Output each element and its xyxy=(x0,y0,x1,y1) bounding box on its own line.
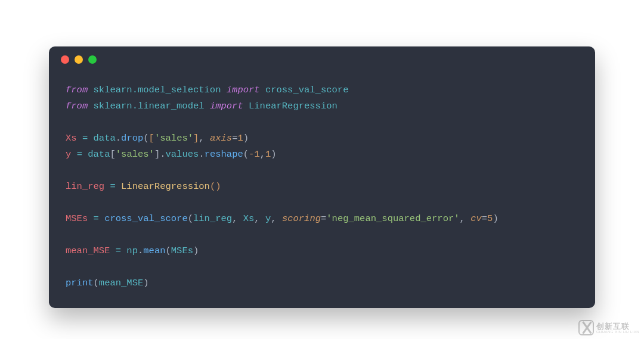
code-block: from sklearn.model_selection import cros… xyxy=(66,82,578,291)
str-sales: 'sales' xyxy=(116,149,154,160)
keyword-from: from xyxy=(66,101,88,111)
fn-drop: drop xyxy=(121,133,143,144)
num-one: 1 xyxy=(265,149,271,160)
kw-axis: axis xyxy=(210,133,232,144)
str-sales: 'sales' xyxy=(154,133,193,144)
keyword-import: import xyxy=(210,101,243,111)
keyword-import: import xyxy=(227,85,260,95)
arg-y: y xyxy=(265,213,271,224)
var-meanmse: mean_MSE xyxy=(66,245,110,256)
op-assign: = xyxy=(82,133,88,144)
import-name: cross_val_score xyxy=(265,85,349,95)
var-data: data xyxy=(94,133,116,144)
op-assign: = xyxy=(77,149,82,160)
arg-meanmse: mean_MSE xyxy=(99,278,143,288)
str-negmse: 'neg_mean_squared_error' xyxy=(326,213,459,224)
module-path: sklearn.linear_model xyxy=(94,101,205,111)
fn-cvs: cross_val_score xyxy=(104,213,188,224)
kw-cv: cv xyxy=(470,213,482,224)
watermark-py: CHUANG XIN HU LIAN xyxy=(596,330,639,334)
keyword-from: from xyxy=(66,85,88,95)
import-name: LinearRegression xyxy=(249,101,338,111)
var-mses: MSEs xyxy=(66,213,88,224)
op-assign: = xyxy=(110,181,115,192)
module-path: sklearn.model_selection xyxy=(94,85,221,95)
code-card: from sklearn.model_selection import cros… xyxy=(49,46,595,308)
watermark-text: 创新互联 CHUANG XIN HU LIAN xyxy=(596,322,639,334)
op-assign: = xyxy=(94,213,99,224)
watermark-logo-icon xyxy=(578,320,594,335)
kw-scoring: scoring xyxy=(282,213,321,224)
fn-mean: mean xyxy=(143,245,165,256)
cls-linreg: LinearRegression xyxy=(121,181,210,192)
num-one: 1 xyxy=(238,133,243,144)
fn-reshape: reshape xyxy=(205,149,243,160)
fn-print: print xyxy=(66,278,94,288)
arg-xs: Xs xyxy=(243,213,255,224)
arg-linreg: lin_reg xyxy=(193,213,232,224)
close-dot-icon xyxy=(61,55,69,64)
watermark-cn: 创新互联 xyxy=(596,322,639,330)
window-dots xyxy=(61,55,97,64)
mod-np: np xyxy=(126,245,138,256)
arg-mses: MSEs xyxy=(171,245,193,256)
op-assign: = xyxy=(116,245,121,256)
var-y: y xyxy=(66,149,71,160)
num-five: 5 xyxy=(487,213,493,224)
num-neg1: -1 xyxy=(249,149,260,160)
attr-values: values xyxy=(166,149,199,160)
minimize-dot-icon xyxy=(75,55,83,64)
watermark: 创新互联 CHUANG XIN HU LIAN xyxy=(578,320,639,335)
var-data: data xyxy=(88,149,110,160)
var-linreg: lin_reg xyxy=(66,181,104,192)
var-xs: Xs xyxy=(66,133,77,144)
zoom-dot-icon xyxy=(88,55,97,64)
